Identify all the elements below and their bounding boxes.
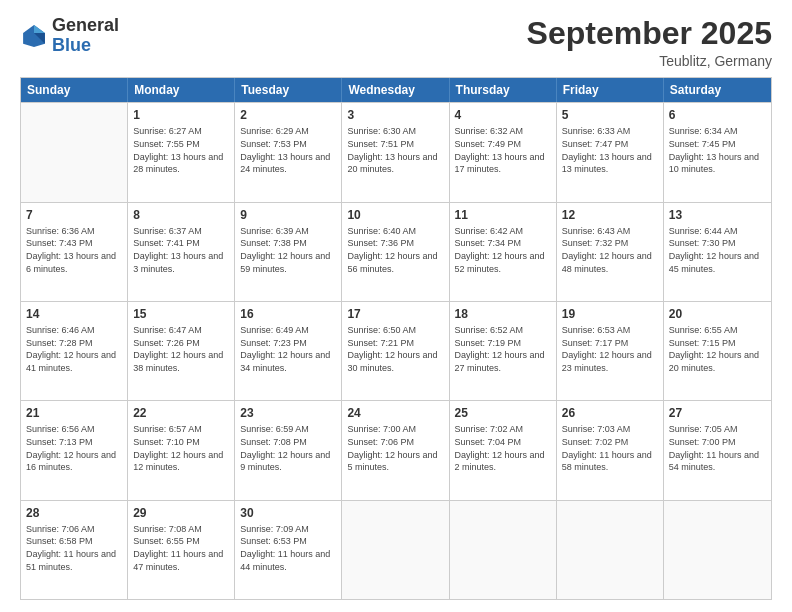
cell-info: Sunrise: 6:57 AMSunset: 7:10 PMDaylight:… [133, 423, 229, 473]
week-row-4: 21Sunrise: 6:56 AMSunset: 7:13 PMDayligh… [21, 400, 771, 499]
cell-info: Sunrise: 6:46 AMSunset: 7:28 PMDaylight:… [26, 324, 122, 374]
day-number: 14 [26, 306, 122, 322]
cell-info: Sunrise: 6:37 AMSunset: 7:41 PMDaylight:… [133, 225, 229, 275]
cal-cell: 10Sunrise: 6:40 AMSunset: 7:36 PMDayligh… [342, 203, 449, 301]
day-number: 7 [26, 207, 122, 223]
day-number: 3 [347, 107, 443, 123]
day-number: 6 [669, 107, 766, 123]
logo: General Blue [20, 16, 119, 56]
cell-info: Sunrise: 7:00 AMSunset: 7:06 PMDaylight:… [347, 423, 443, 473]
cal-cell [450, 501, 557, 599]
header-day-friday: Friday [557, 78, 664, 102]
day-number: 15 [133, 306, 229, 322]
svg-marker-1 [34, 25, 45, 33]
cell-info: Sunrise: 7:06 AMSunset: 6:58 PMDaylight:… [26, 523, 122, 573]
location: Teublitz, Germany [527, 53, 772, 69]
header-day-tuesday: Tuesday [235, 78, 342, 102]
cal-cell [664, 501, 771, 599]
day-number: 9 [240, 207, 336, 223]
day-number: 23 [240, 405, 336, 421]
month-title: September 2025 [527, 16, 772, 51]
cal-cell: 5Sunrise: 6:33 AMSunset: 7:47 PMDaylight… [557, 103, 664, 201]
cal-cell: 1Sunrise: 6:27 AMSunset: 7:55 PMDaylight… [128, 103, 235, 201]
cal-cell: 2Sunrise: 6:29 AMSunset: 7:53 PMDaylight… [235, 103, 342, 201]
cal-cell: 28Sunrise: 7:06 AMSunset: 6:58 PMDayligh… [21, 501, 128, 599]
cell-info: Sunrise: 6:33 AMSunset: 7:47 PMDaylight:… [562, 125, 658, 175]
cal-cell: 6Sunrise: 6:34 AMSunset: 7:45 PMDaylight… [664, 103, 771, 201]
week-row-1: 1Sunrise: 6:27 AMSunset: 7:55 PMDaylight… [21, 102, 771, 201]
day-number: 22 [133, 405, 229, 421]
cell-info: Sunrise: 6:29 AMSunset: 7:53 PMDaylight:… [240, 125, 336, 175]
calendar: SundayMondayTuesdayWednesdayThursdayFrid… [20, 77, 772, 600]
cal-cell: 9Sunrise: 6:39 AMSunset: 7:38 PMDaylight… [235, 203, 342, 301]
cell-info: Sunrise: 6:49 AMSunset: 7:23 PMDaylight:… [240, 324, 336, 374]
cell-info: Sunrise: 6:27 AMSunset: 7:55 PMDaylight:… [133, 125, 229, 175]
cell-info: Sunrise: 6:50 AMSunset: 7:21 PMDaylight:… [347, 324, 443, 374]
cell-info: Sunrise: 6:52 AMSunset: 7:19 PMDaylight:… [455, 324, 551, 374]
header-day-monday: Monday [128, 78, 235, 102]
cal-cell: 27Sunrise: 7:05 AMSunset: 7:00 PMDayligh… [664, 401, 771, 499]
day-number: 4 [455, 107, 551, 123]
cal-cell: 8Sunrise: 6:37 AMSunset: 7:41 PMDaylight… [128, 203, 235, 301]
cal-cell: 18Sunrise: 6:52 AMSunset: 7:19 PMDayligh… [450, 302, 557, 400]
calendar-header: SundayMondayTuesdayWednesdayThursdayFrid… [21, 78, 771, 102]
cal-cell: 12Sunrise: 6:43 AMSunset: 7:32 PMDayligh… [557, 203, 664, 301]
day-number: 1 [133, 107, 229, 123]
cal-cell: 25Sunrise: 7:02 AMSunset: 7:04 PMDayligh… [450, 401, 557, 499]
day-number: 11 [455, 207, 551, 223]
cell-info: Sunrise: 7:08 AMSunset: 6:55 PMDaylight:… [133, 523, 229, 573]
logo-icon [20, 22, 48, 50]
cal-cell: 11Sunrise: 6:42 AMSunset: 7:34 PMDayligh… [450, 203, 557, 301]
cal-cell: 26Sunrise: 7:03 AMSunset: 7:02 PMDayligh… [557, 401, 664, 499]
cal-cell [342, 501, 449, 599]
cell-info: Sunrise: 6:32 AMSunset: 7:49 PMDaylight:… [455, 125, 551, 175]
cal-cell: 15Sunrise: 6:47 AMSunset: 7:26 PMDayligh… [128, 302, 235, 400]
cal-cell: 14Sunrise: 6:46 AMSunset: 7:28 PMDayligh… [21, 302, 128, 400]
day-number: 5 [562, 107, 658, 123]
logo-blue: Blue [52, 35, 91, 55]
day-number: 30 [240, 505, 336, 521]
week-row-3: 14Sunrise: 6:46 AMSunset: 7:28 PMDayligh… [21, 301, 771, 400]
cal-cell: 29Sunrise: 7:08 AMSunset: 6:55 PMDayligh… [128, 501, 235, 599]
cal-cell: 21Sunrise: 6:56 AMSunset: 7:13 PMDayligh… [21, 401, 128, 499]
cell-info: Sunrise: 7:02 AMSunset: 7:04 PMDaylight:… [455, 423, 551, 473]
day-number: 20 [669, 306, 766, 322]
cell-info: Sunrise: 6:44 AMSunset: 7:30 PMDaylight:… [669, 225, 766, 275]
cell-info: Sunrise: 6:42 AMSunset: 7:34 PMDaylight:… [455, 225, 551, 275]
day-number: 24 [347, 405, 443, 421]
cal-cell: 17Sunrise: 6:50 AMSunset: 7:21 PMDayligh… [342, 302, 449, 400]
day-number: 8 [133, 207, 229, 223]
day-number: 26 [562, 405, 658, 421]
cell-info: Sunrise: 6:34 AMSunset: 7:45 PMDaylight:… [669, 125, 766, 175]
cell-info: Sunrise: 6:59 AMSunset: 7:08 PMDaylight:… [240, 423, 336, 473]
day-number: 28 [26, 505, 122, 521]
cal-cell: 22Sunrise: 6:57 AMSunset: 7:10 PMDayligh… [128, 401, 235, 499]
cell-info: Sunrise: 6:53 AMSunset: 7:17 PMDaylight:… [562, 324, 658, 374]
cell-info: Sunrise: 6:30 AMSunset: 7:51 PMDaylight:… [347, 125, 443, 175]
cal-cell: 20Sunrise: 6:55 AMSunset: 7:15 PMDayligh… [664, 302, 771, 400]
logo-text: General Blue [52, 16, 119, 56]
day-number: 16 [240, 306, 336, 322]
cell-info: Sunrise: 7:09 AMSunset: 6:53 PMDaylight:… [240, 523, 336, 573]
day-number: 19 [562, 306, 658, 322]
day-number: 18 [455, 306, 551, 322]
header-day-saturday: Saturday [664, 78, 771, 102]
day-number: 13 [669, 207, 766, 223]
cal-cell: 30Sunrise: 7:09 AMSunset: 6:53 PMDayligh… [235, 501, 342, 599]
cal-cell: 24Sunrise: 7:00 AMSunset: 7:06 PMDayligh… [342, 401, 449, 499]
cal-cell [557, 501, 664, 599]
day-number: 29 [133, 505, 229, 521]
cell-info: Sunrise: 6:36 AMSunset: 7:43 PMDaylight:… [26, 225, 122, 275]
day-number: 21 [26, 405, 122, 421]
cal-cell: 13Sunrise: 6:44 AMSunset: 7:30 PMDayligh… [664, 203, 771, 301]
calendar-body: 1Sunrise: 6:27 AMSunset: 7:55 PMDaylight… [21, 102, 771, 599]
day-number: 27 [669, 405, 766, 421]
day-number: 25 [455, 405, 551, 421]
day-number: 17 [347, 306, 443, 322]
cal-cell: 23Sunrise: 6:59 AMSunset: 7:08 PMDayligh… [235, 401, 342, 499]
cal-cell [21, 103, 128, 201]
header-day-sunday: Sunday [21, 78, 128, 102]
page: General Blue September 2025 Teublitz, Ge… [0, 0, 792, 612]
cal-cell: 7Sunrise: 6:36 AMSunset: 7:43 PMDaylight… [21, 203, 128, 301]
title-block: September 2025 Teublitz, Germany [527, 16, 772, 69]
